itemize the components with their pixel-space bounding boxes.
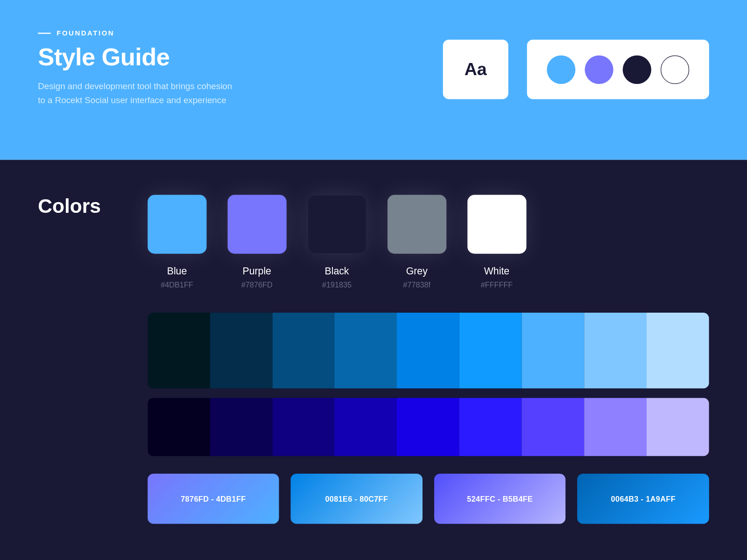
swatch-hex: #191835	[307, 280, 366, 289]
swatch-hex: #77838f	[388, 280, 446, 289]
swatch-hex: #4DB1FF	[148, 280, 206, 289]
scale-step	[522, 398, 585, 456]
colors-content: Blue #4DB1FF Purple #7876FD Black #19183…	[148, 195, 709, 524]
swatch-name: Black	[307, 266, 366, 277]
swatch-row: Blue #4DB1FF Purple #7876FD Black #19183…	[148, 195, 709, 290]
scale-step	[647, 313, 709, 389]
scale-step	[459, 313, 522, 389]
swatch-white: White #FFFFFF	[467, 195, 526, 290]
swatch-name: Grey	[388, 266, 446, 277]
swatch-box	[307, 195, 366, 254]
typography-card: Aa	[443, 40, 508, 99]
hero-section: FOUNDATION Style Guide Design and develo…	[0, 0, 747, 160]
swatch-black: Black #191835	[307, 195, 366, 290]
scale-step	[272, 398, 335, 456]
gradient-box: 7876FD - 4DB1FF	[148, 474, 279, 524]
scale-step	[584, 398, 647, 456]
gradient-box: 0064B3 - 1A9AFF	[578, 474, 709, 524]
scale-blue	[148, 313, 709, 389]
hero-text-block: FOUNDATION Style Guide Design and develo…	[38, 29, 236, 108]
scale-step	[148, 313, 210, 389]
gradient-row: 7876FD - 4DB1FF 0081E6 - 80C7FF 524FFC -…	[148, 474, 709, 524]
palette-dot-purple	[585, 55, 613, 84]
hero-cards: Aa	[443, 29, 709, 108]
swatch-name: White	[467, 266, 526, 277]
scale-step	[584, 313, 647, 389]
swatch-box	[467, 195, 526, 254]
scale-step	[148, 398, 210, 456]
scale-step	[522, 313, 585, 389]
swatch-blue: Blue #4DB1FF	[148, 195, 206, 290]
eyebrow-line	[38, 33, 51, 34]
swatch-name: Blue	[148, 266, 206, 277]
scale-step	[210, 313, 273, 389]
swatch-box	[388, 195, 446, 254]
swatch-box	[227, 195, 286, 254]
scale-purple	[148, 398, 709, 456]
typography-sample: Aa	[465, 60, 487, 80]
gradient-label: 7876FD - 4DB1FF	[181, 494, 246, 503]
eyebrow-label: FOUNDATION	[56, 29, 114, 38]
palette-dot-white	[661, 55, 689, 84]
swatch-hex: #7876FD	[227, 280, 286, 289]
palette-dot-blue	[547, 55, 575, 84]
palette-dot-black	[623, 55, 651, 84]
gradient-box: 0081E6 - 80C7FF	[291, 474, 423, 524]
gradient-label: 524FFC - B5B4FE	[467, 494, 533, 503]
section-heading-wrap: Colors	[38, 195, 101, 524]
swatch-grey: Grey #77838f	[388, 195, 446, 290]
gradient-label: 0064B3 - 1A9AFF	[611, 494, 676, 503]
palette-card	[527, 40, 709, 99]
scale-step	[210, 398, 273, 456]
page-description: Design and development tool that brings …	[38, 79, 236, 107]
swatch-purple: Purple #7876FD	[227, 195, 286, 290]
swatch-box	[148, 195, 206, 254]
scale-step	[459, 398, 522, 456]
colors-section: Colors Blue #4DB1FF Purple #7876FD Black…	[0, 160, 747, 560]
gradient-label: 0081E6 - 80C7FF	[325, 494, 388, 503]
scale-step	[335, 398, 397, 456]
scale-step	[272, 313, 335, 389]
swatch-name: Purple	[227, 266, 286, 277]
eyebrow: FOUNDATION	[38, 29, 236, 38]
scale-step	[397, 313, 459, 389]
scale-step	[335, 313, 397, 389]
gradient-box: 524FFC - B5B4FE	[434, 474, 566, 524]
swatch-hex: #FFFFFF	[467, 280, 526, 289]
page-title: Style Guide	[38, 43, 236, 71]
scale-step	[397, 398, 459, 456]
section-heading: Colors	[38, 195, 101, 218]
scale-step	[647, 398, 709, 456]
